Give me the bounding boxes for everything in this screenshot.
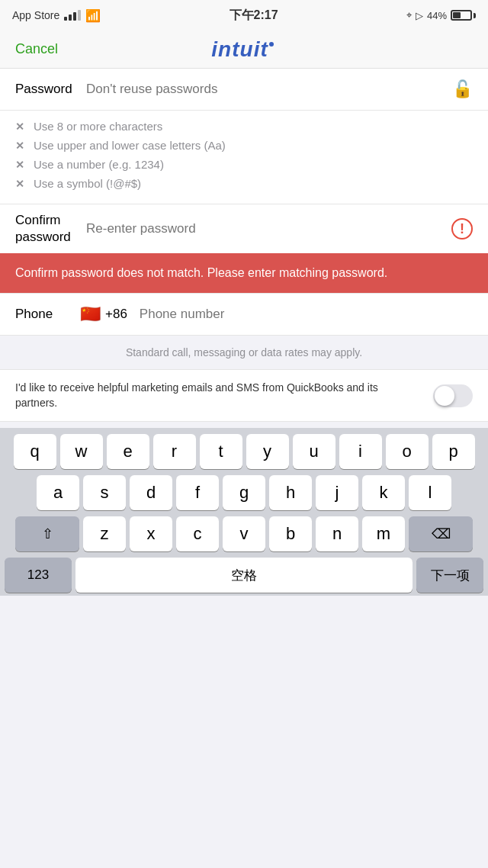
key-k[interactable]: k (362, 475, 405, 510)
validation-item: ✕ Use a number (e.g. 1234) (15, 155, 473, 174)
status-bar: App Store 📶 下午2:17 ⌖ ▷ 44% (0, 0, 488, 31)
validation-text-2: Use upper and lower case letters (Aa) (34, 139, 226, 152)
info-text: Standard call, messaging or data rates m… (126, 346, 362, 358)
key-q[interactable]: q (14, 434, 56, 469)
key-t[interactable]: t (200, 434, 242, 469)
signal-icon (64, 10, 81, 21)
x-icon-4: ✕ (15, 178, 26, 190)
x-icon-3: ✕ (15, 159, 26, 171)
key-n[interactable]: n (316, 516, 358, 551)
key-r[interactable]: r (153, 434, 196, 469)
lock-icon: 🔓 (452, 79, 473, 99)
phone-row: Phone 🇨🇳 +86 (0, 293, 488, 336)
confirm-password-label: Confirmpassword (15, 212, 80, 246)
validation-text-4: Use a symbol (!@#$) (34, 177, 141, 190)
confirm-password-input[interactable] (80, 221, 445, 236)
key-o[interactable]: o (386, 434, 429, 469)
validation-text-3: Use a number (e.g. 1234) (34, 158, 164, 171)
password-label: Password (15, 82, 80, 97)
key-b[interactable]: b (269, 516, 312, 551)
signal2-icon: ▷ (416, 10, 423, 21)
toggle-knob (435, 386, 454, 406)
marketing-text: I'd like to receive helpful marketing em… (15, 381, 421, 410)
key-z[interactable]: z (83, 516, 126, 551)
key-h[interactable]: h (269, 475, 312, 510)
key-d[interactable]: d (130, 475, 172, 510)
error-message: Confirm password does not match. Please … (15, 266, 387, 279)
shift-key[interactable]: ⇧ (15, 516, 79, 551)
key-x[interactable]: x (130, 516, 172, 551)
num-key[interactable]: 123 (5, 558, 72, 593)
status-left: App Store 📶 (12, 8, 101, 23)
app-store-label: App Store (12, 9, 59, 21)
key-u[interactable]: u (293, 434, 336, 469)
key-f[interactable]: f (176, 475, 219, 510)
error-icon: ! (451, 218, 473, 240)
validation-text-1: Use 8 or more characters (34, 120, 162, 133)
password-input[interactable] (80, 82, 446, 97)
nav-bar: Cancel intuit (0, 31, 488, 69)
error-banner: Confirm password does not match. Please … (0, 253, 488, 293)
x-icon-1: ✕ (15, 121, 26, 133)
password-row: Password 🔓 (0, 69, 488, 111)
key-s[interactable]: s (83, 475, 126, 510)
marketing-toggle[interactable] (433, 384, 473, 407)
marketing-toggle-row: I'd like to receive helpful marketing em… (0, 370, 488, 422)
key-p[interactable]: p (432, 434, 475, 469)
validation-list: ✕ Use 8 or more characters ✕ Use upper a… (0, 111, 488, 204)
cancel-button[interactable]: Cancel (15, 41, 58, 57)
info-section: Standard call, messaging or data rates m… (0, 336, 488, 370)
flag-icon: 🇨🇳 (80, 304, 101, 324)
password-section: Password 🔓 ✕ Use 8 or more characters ✕ … (0, 69, 488, 336)
backspace-key[interactable]: ⌫ (409, 516, 473, 551)
key-l[interactable]: l (409, 475, 451, 510)
key-c[interactable]: c (176, 516, 219, 551)
phone-label: Phone (15, 307, 80, 322)
keyboard-row-1: q w e r t y u i o p (3, 434, 485, 469)
space-key[interactable]: 空格 (75, 558, 413, 593)
country-code: +86 (105, 307, 127, 322)
key-v[interactable]: v (223, 516, 265, 551)
validation-item: ✕ Use a symbol (!@#$) (15, 174, 473, 193)
validation-item: ✕ Use upper and lower case letters (Aa) (15, 136, 473, 155)
key-m[interactable]: m (362, 516, 405, 551)
key-a[interactable]: a (37, 475, 79, 510)
key-e[interactable]: e (107, 434, 149, 469)
validation-item: ✕ Use 8 or more characters (15, 117, 473, 136)
keyboard-row-2: a s d f g h j k l (3, 475, 485, 510)
key-i[interactable]: i (339, 434, 382, 469)
done-key[interactable]: 下一项 (416, 558, 483, 593)
key-g[interactable]: g (223, 475, 265, 510)
key-w[interactable]: w (60, 434, 103, 469)
battery-icon (451, 10, 476, 21)
intuit-logo: intuit (211, 37, 273, 62)
battery-percent: 44% (427, 10, 447, 21)
confirm-password-row: Confirmpassword ! (0, 204, 488, 253)
keyboard-row-3: ⇧ z x c v b n m ⌫ (3, 516, 485, 551)
x-icon-2: ✕ (15, 140, 26, 152)
status-right: ⌖ ▷ 44% (406, 9, 476, 21)
key-j[interactable]: j (316, 475, 358, 510)
keyboard: q w e r t y u i o p a s d f g h j k l ⇧ … (0, 428, 488, 596)
phone-input[interactable] (133, 307, 473, 322)
clock: 下午2:17 (230, 8, 278, 24)
wifi-icon: 📶 (85, 8, 101, 23)
location-icon: ⌖ (406, 9, 412, 21)
keyboard-bottom-row: 123 空格 下一项 (3, 558, 485, 593)
key-y[interactable]: y (246, 434, 289, 469)
